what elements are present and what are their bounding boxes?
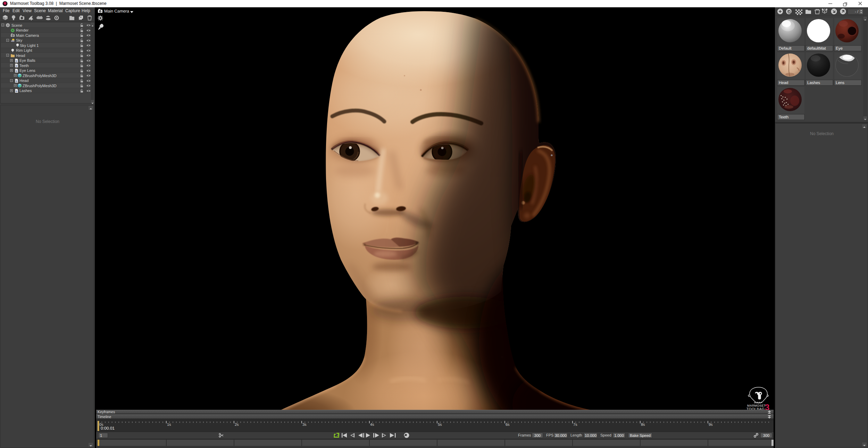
svg-text:1s: 1s (167, 423, 171, 427)
svg-text:defaultMat: defaultMat (807, 47, 826, 51)
svg-text:6s: 6s (506, 423, 510, 427)
svg-text:Lens: Lens (836, 81, 844, 85)
svg-text:3s: 3s (302, 423, 307, 427)
svg-text:5s: 5s (438, 423, 442, 427)
svg-text:9s: 9s (709, 423, 713, 427)
svg-text:Eye: Eye (836, 47, 843, 51)
svg-text:MARMOSET: MARMOSET (747, 404, 766, 407)
svg-text:2s: 2s (235, 423, 239, 427)
svg-text:7s: 7s (573, 423, 577, 427)
svg-text:4s: 4s (370, 423, 374, 427)
svg-text:0:00.01: 0:00.01 (101, 426, 115, 431)
svg-text:Head: Head (779, 81, 788, 85)
svg-text:Lashes: Lashes (807, 81, 820, 85)
svg-text:Default: Default (779, 47, 792, 51)
svg-text:Teeth: Teeth (779, 115, 788, 119)
svg-text:8s: 8s (641, 423, 645, 427)
